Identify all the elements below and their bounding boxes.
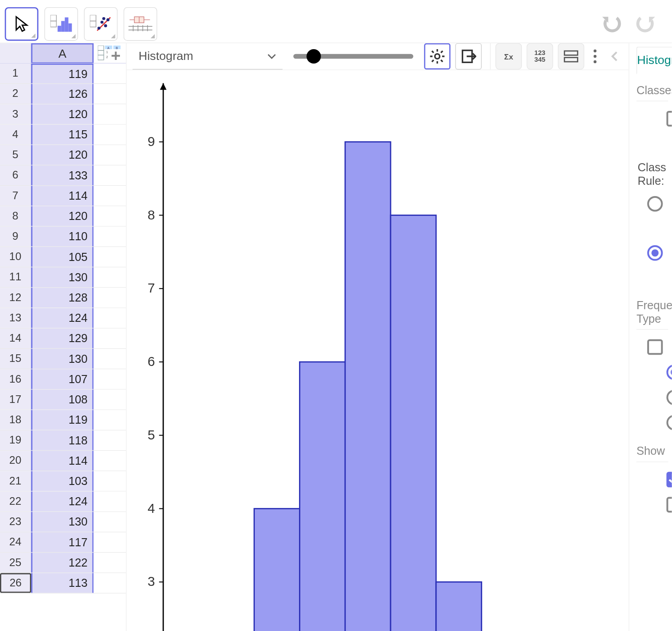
cell-a[interactable]: 119 — [31, 64, 93, 83]
chart-type-dropdown[interactable]: Histogram — [133, 43, 282, 70]
checkbox-show-histogram[interactable] — [667, 472, 672, 488]
tool-pointer[interactable] — [5, 7, 38, 40]
rownum-cell[interactable]: 20 — [0, 451, 31, 471]
cell-b[interactable] — [93, 247, 126, 267]
cell-b[interactable] — [93, 573, 126, 593]
redo-button[interactable] — [631, 9, 660, 38]
rownum-cell[interactable]: 13 — [0, 308, 31, 328]
class-width-slider[interactable] — [293, 54, 413, 59]
cell-a[interactable]: 120 — [31, 104, 93, 124]
cell-b[interactable] — [93, 329, 126, 348]
rownum-cell[interactable]: 9 — [0, 227, 31, 247]
rownum-cell[interactable]: 22 — [0, 492, 31, 512]
tool-boxplot[interactable] — [124, 7, 157, 40]
cell-b[interactable] — [93, 64, 126, 83]
cell-a[interactable]: 103 — [31, 471, 93, 491]
tool-histogram[interactable] — [44, 7, 78, 40]
cell-b[interactable] — [93, 104, 126, 124]
settings-button[interactable] — [424, 43, 451, 70]
cell-b[interactable] — [93, 267, 126, 287]
cell-b[interactable] — [93, 186, 126, 206]
rownum-cell[interactable]: 12 — [0, 288, 31, 307]
rownum-cell[interactable]: 19 — [0, 430, 31, 450]
cell-a[interactable]: 122 — [31, 553, 93, 572]
rownum-cell[interactable]: 3 — [0, 104, 31, 124]
radio-rule-lte-lt[interactable] — [647, 245, 663, 261]
cell-a[interactable]: 110 — [31, 227, 93, 247]
rownum-cell[interactable]: 4 — [0, 125, 31, 145]
rownum-cell[interactable]: 16 — [0, 369, 31, 389]
cell-b[interactable] — [93, 492, 126, 512]
cell-b[interactable] — [93, 308, 126, 328]
rownum-cell[interactable]: 17 — [0, 390, 31, 410]
undo-button[interactable] — [598, 9, 626, 38]
cell-b[interactable] — [93, 553, 126, 572]
cell-a[interactable]: 117 — [31, 532, 93, 552]
slider-thumb[interactable] — [307, 49, 321, 64]
rownum-cell[interactable]: 14 — [0, 329, 31, 348]
cell-b[interactable] — [93, 288, 126, 307]
sigma-button[interactable]: Σx — [496, 43, 522, 70]
cell-a[interactable]: 128 — [31, 288, 93, 307]
cell-b[interactable] — [93, 145, 126, 165]
radio-rule-lt-lte[interactable] — [647, 196, 663, 212]
rownum-cell[interactable]: 6 — [0, 165, 31, 185]
checkbox-set-classes[interactable] — [667, 111, 672, 127]
rownum-cell[interactable]: 15 — [0, 349, 31, 369]
cell-b[interactable] — [93, 125, 126, 145]
tool-scatter[interactable] — [84, 7, 117, 40]
cell-b[interactable] — [93, 227, 126, 247]
cell-a[interactable]: 124 — [31, 308, 93, 328]
cell-a[interactable]: 130 — [31, 349, 93, 369]
rownum-cell[interactable]: 1 — [0, 64, 31, 83]
cell-a[interactable]: 114 — [31, 451, 93, 471]
table-plus-icon[interactable]: AB 12 — [93, 43, 126, 63]
collapse-panel-button[interactable] — [606, 51, 622, 62]
radio-count[interactable] — [667, 365, 672, 380]
cell-a[interactable]: 108 — [31, 390, 93, 410]
rownum-cell[interactable]: 23 — [0, 512, 31, 532]
rownum-cell[interactable]: 21 — [0, 471, 31, 491]
cell-a[interactable]: 118 — [31, 430, 93, 450]
cell-a[interactable]: 119 — [31, 410, 93, 430]
cell-b[interactable] — [93, 165, 126, 185]
stack-button[interactable] — [558, 43, 585, 70]
cell-b[interactable] — [93, 451, 126, 471]
radio-normalized[interactable] — [667, 415, 672, 430]
cell-a[interactable]: 120 — [31, 145, 93, 165]
cell-a[interactable]: 126 — [31, 84, 93, 104]
tab-histogram[interactable]: Histogram — [636, 47, 672, 74]
radio-relative[interactable] — [667, 390, 672, 406]
rownum-cell[interactable]: 24 — [0, 532, 31, 552]
cell-b[interactable] — [93, 532, 126, 552]
checkbox-show-freq-table[interactable] — [667, 497, 672, 513]
cell-a[interactable]: 124 — [31, 492, 93, 512]
rownum-cell[interactable]: 18 — [0, 410, 31, 430]
cell-a[interactable]: 107 — [31, 369, 93, 389]
column-a-header[interactable]: A — [31, 43, 93, 63]
rownum-cell[interactable]: 26 — [0, 573, 31, 593]
cell-b[interactable] — [93, 349, 126, 369]
cell-a[interactable]: 115 — [31, 125, 93, 145]
cell-b[interactable] — [93, 471, 126, 491]
cell-a[interactable]: 120 — [31, 206, 93, 226]
rownum-cell[interactable]: 10 — [0, 247, 31, 267]
checkbox-cumulative[interactable] — [647, 339, 663, 355]
export-button[interactable] — [455, 43, 482, 70]
rownum-cell[interactable]: 5 — [0, 145, 31, 165]
cell-a[interactable]: 130 — [31, 267, 93, 287]
cell-a[interactable]: 113 — [31, 573, 93, 593]
cell-a[interactable]: 130 — [31, 512, 93, 532]
rownum-header[interactable] — [0, 43, 31, 63]
cell-b[interactable] — [93, 84, 126, 104]
rownum-cell[interactable]: 11 — [0, 267, 31, 287]
cell-a[interactable]: 105 — [31, 247, 93, 267]
numbers-button[interactable]: 123 345 — [527, 43, 553, 70]
kebab-button[interactable] — [589, 49, 601, 64]
cell-b[interactable] — [93, 206, 126, 226]
cell-b[interactable] — [93, 512, 126, 532]
cell-b[interactable] — [93, 390, 126, 410]
rownum-cell[interactable]: 25 — [0, 553, 31, 572]
cell-a[interactable]: 114 — [31, 186, 93, 206]
cell-b[interactable] — [93, 430, 126, 450]
